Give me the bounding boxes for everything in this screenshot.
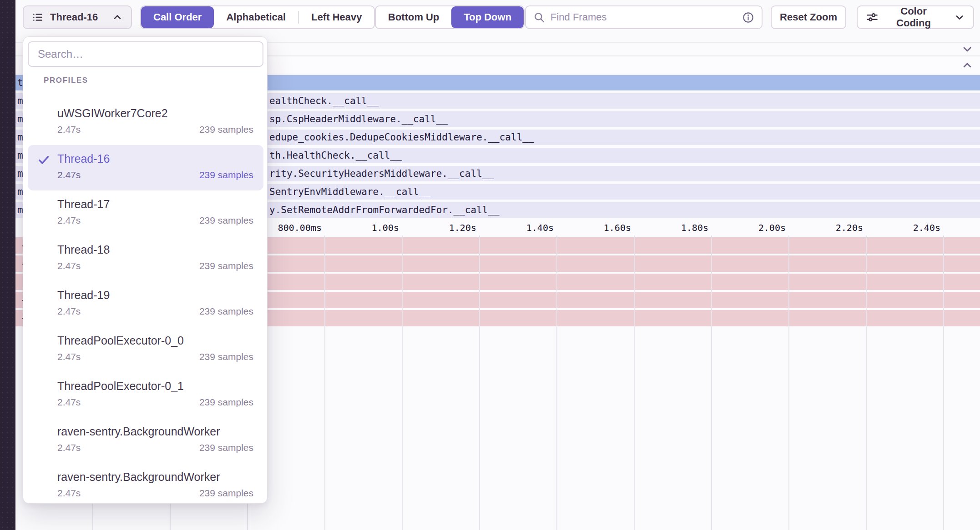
chevron-down-icon [954, 12, 965, 23]
thread-option[interactable]: Thread-192.47s239 samples [28, 281, 263, 327]
thread-option-samples: 239 samples [199, 441, 253, 454]
thread-option-name: Thread-19 [57, 288, 253, 302]
frame-text-fragment: m [17, 166, 23, 181]
axis-tick-label: 2.40s [913, 220, 940, 235]
profiles-section-label: PROFILES [44, 76, 88, 85]
chevron-up-icon [112, 12, 123, 23]
axis-tick-label: 1.60s [604, 220, 631, 235]
find-frames-placeholder: Find Frames [551, 11, 737, 23]
gridline [402, 235, 403, 530]
thread-option-list: uWSGIWorker7Core22.47s239 samplesThread-… [28, 100, 263, 509]
frame-text: th.HealthCheck.__call__ [269, 148, 402, 163]
axis-tick-label: 1.00s [372, 220, 399, 235]
check-icon [37, 153, 51, 169]
chevron-up-icon[interactable] [961, 59, 974, 72]
thread-option-duration: 2.47s [57, 260, 81, 272]
thread-option[interactable]: raven-sentry.BackgroundWorker2.47s239 sa… [28, 418, 263, 463]
direction-option-top-down[interactable]: Top Down [451, 6, 524, 28]
thread-option-name: uWSGIWorker7Core2 [57, 106, 253, 120]
thread-option[interactable]: Thread-162.47s239 samples [28, 145, 263, 190]
thread-selector-button[interactable]: Thread-16 [23, 5, 132, 29]
axis-tick-label: 1.20s [449, 220, 476, 235]
thread-option[interactable]: raven-sentry.BackgroundWorker2.47s239 sa… [28, 463, 263, 509]
thread-option-samples: 239 samples [199, 305, 253, 318]
frame-text-fragment: t [17, 75, 23, 90]
gridline [711, 235, 712, 530]
frame-text: sp.CspHeaderMiddleware.__call__ [269, 111, 448, 127]
thread-option-name: ThreadPoolExecutor-0_0 [57, 333, 253, 348]
gridline [866, 235, 867, 530]
thread-option-duration: 2.47s [57, 214, 81, 227]
list-icon [32, 11, 44, 23]
thread-option-duration: 2.47s [57, 169, 81, 181]
thread-option-samples: 239 samples [199, 350, 253, 363]
axis-tick-label: 2.00s [758, 220, 786, 235]
frame-text-fragment: m [17, 93, 23, 109]
gridline [788, 235, 789, 530]
thread-option[interactable]: ThreadPoolExecutor-0_02.47s239 samples [28, 327, 263, 372]
chevron-down-icon[interactable] [961, 43, 974, 55]
sort-option-alphabetical[interactable]: Alphabetical [214, 6, 298, 28]
thread-search-input[interactable] [28, 41, 263, 67]
frame-text-fragment: m [17, 111, 23, 127]
sliders-icon [866, 11, 879, 24]
thread-option[interactable]: ThreadPoolExecutor-0_12.47s239 samples [28, 372, 263, 418]
thread-option-samples: 239 samples [199, 169, 253, 181]
sort-option-left-heavy[interactable]: Left Heavy [299, 6, 374, 28]
gridline [634, 235, 635, 530]
thread-option-samples: 239 samples [199, 396, 253, 409]
axis-tick-label: 800.00ms [278, 220, 322, 235]
thread-option-name: ThreadPoolExecutor-0_1 [57, 379, 253, 393]
axis-tick-label: 1.80s [681, 220, 708, 235]
gridline [324, 235, 325, 530]
thread-selector-label: Thread-16 [50, 11, 98, 23]
direction-segmented-control: Bottom Up Top Down [375, 5, 525, 29]
thread-option-name: Thread-16 [57, 151, 253, 166]
thread-option-duration: 2.47s [57, 487, 81, 500]
frame-text: ealthCheck.__call__ [269, 93, 379, 109]
thread-option-samples: 239 samples [199, 214, 253, 227]
reset-zoom-button[interactable]: Reset Zoom [771, 5, 846, 29]
frame-text-fragment: m [17, 184, 23, 200]
frame-text: rity.SecurityHeadersMiddleware.__call__ [269, 166, 494, 181]
thread-option-duration: 2.47s [57, 305, 81, 318]
thread-option-duration: 2.47s [57, 441, 81, 454]
frame-text-fragment: m [17, 148, 23, 163]
thread-option-samples: 239 samples [199, 123, 253, 136]
gridline [943, 235, 944, 530]
color-coding-button[interactable]: Color Coding [857, 5, 974, 29]
thread-dropdown-panel: PROFILES uWSGIWorker7Core22.47s239 sampl… [23, 36, 268, 504]
thread-option-name: raven-sentry.BackgroundWorker [57, 470, 253, 484]
thread-option[interactable]: Thread-182.47s239 samples [28, 236, 263, 281]
thread-option-duration: 2.47s [57, 123, 81, 136]
app-sidebar [0, 0, 15, 530]
search-icon [533, 11, 545, 23]
thread-option-samples: 239 samples [199, 487, 253, 500]
thread-option-name: raven-sentry.BackgroundWorker [57, 424, 253, 439]
axis-tick-label: 1.40s [526, 220, 554, 235]
find-frames-input[interactable]: Find Frames [525, 5, 763, 29]
thread-option-name: Thread-17 [57, 197, 253, 211]
frame-text: SentryEnvMiddleware.__call__ [269, 184, 430, 200]
info-icon[interactable] [742, 11, 754, 24]
gridline [479, 235, 480, 530]
thread-option[interactable]: uWSGIWorker7Core22.47s239 samples [28, 100, 263, 145]
frame-text-fragment: m [17, 130, 23, 145]
sort-option-call-order[interactable]: Call Order [141, 6, 214, 28]
frame-text: y.SetRemoteAddrFromForwardedFor.__call__ [269, 202, 500, 218]
sort-segmented-control: Call Order Alphabetical Left Heavy [140, 5, 375, 29]
thread-option-duration: 2.47s [57, 350, 81, 363]
thread-option[interactable]: Thread-172.47s239 samples [28, 190, 263, 236]
gridline [556, 235, 557, 530]
frame-text: edupe_cookies.DedupeCookiesMiddleware.__… [269, 130, 534, 145]
thread-option-duration: 2.47s [57, 396, 81, 409]
thread-option-samples: 239 samples [199, 260, 253, 272]
frame-text-fragment: m [17, 202, 23, 218]
axis-tick-label: 2.20s [836, 220, 863, 235]
direction-option-bottom-up[interactable]: Bottom Up [376, 6, 451, 28]
thread-option-name: Thread-18 [57, 242, 253, 257]
